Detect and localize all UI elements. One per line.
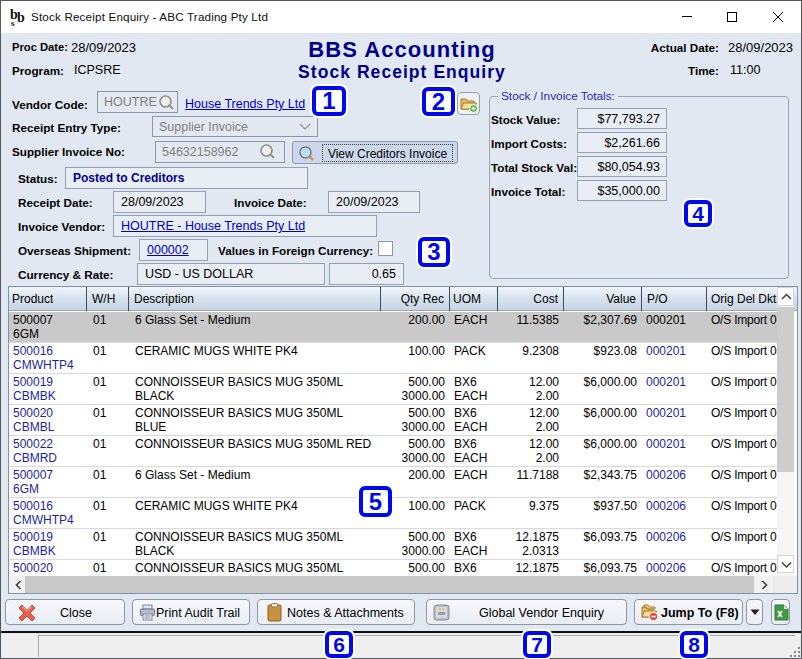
- svg-text:b: b: [17, 10, 25, 25]
- svg-text:s: s: [11, 18, 15, 27]
